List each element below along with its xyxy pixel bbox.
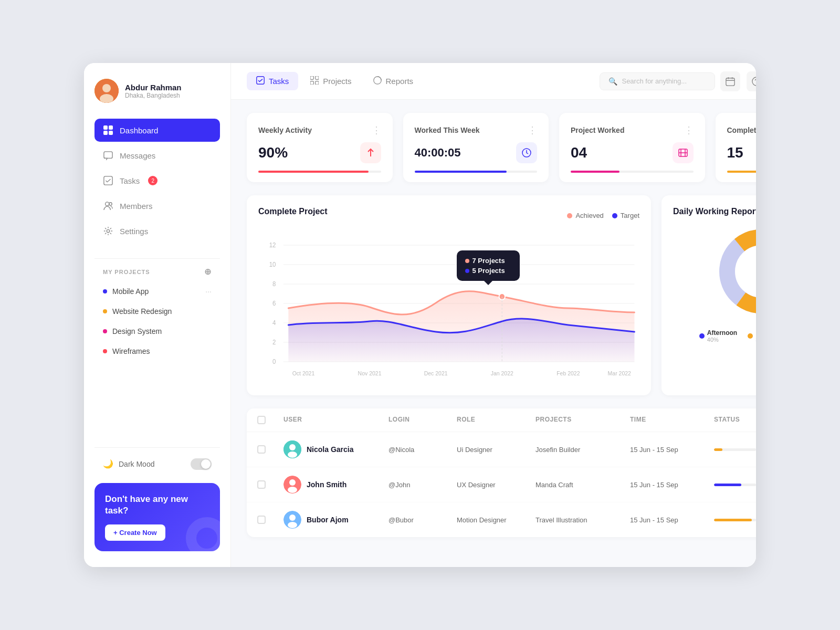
- table-row: John Smith @John UX Designer Manda Craft…: [247, 467, 756, 502]
- topbar: Tasks Projects: [231, 63, 756, 100]
- project-more-1[interactable]: ···: [205, 287, 212, 296]
- svg-text:2: 2: [272, 339, 276, 345]
- th-time: TIME: [630, 416, 714, 424]
- project-item-wireframes[interactable]: Wireframes: [94, 342, 220, 361]
- create-now-button[interactable]: + Create Now: [105, 524, 165, 541]
- search-placeholder: Search for anything...: [622, 77, 687, 85]
- stat-menu-2[interactable]: ⋮: [528, 124, 537, 136]
- svg-point-11: [107, 229, 109, 232]
- svg-point-1: [102, 84, 111, 92]
- sidebar-item-settings[interactable]: Settings: [94, 219, 220, 243]
- svg-rect-13: [310, 76, 313, 79]
- legend-target-label: Target: [621, 212, 639, 219]
- tab-tasks-label: Tasks: [269, 77, 289, 86]
- row-3-status: 90%: [714, 516, 756, 523]
- stat-icon-3: [673, 142, 694, 163]
- tab-projects[interactable]: Projects: [301, 72, 361, 90]
- sidebar-item-tasks[interactable]: Tasks 2: [94, 169, 220, 192]
- svg-point-19: [752, 77, 756, 85]
- row-1-status: 20%: [714, 446, 756, 453]
- avatar: [94, 79, 119, 103]
- row-1-name: Nicola Garcia: [307, 445, 354, 454]
- tab-reports[interactable]: Reports: [364, 72, 423, 90]
- row-2-role: UX Designer: [457, 481, 536, 489]
- row-2-login: @John: [388, 481, 457, 489]
- legend-evening-label: Evening: [755, 329, 756, 337]
- svg-text:Jan 2022: Jan 2022: [491, 370, 513, 376]
- th-check: [257, 416, 284, 424]
- svg-rect-6: [109, 131, 113, 135]
- sidebar-bottom: 🌙 Dark Mood Don't have any new task? + C…: [94, 442, 220, 551]
- divider-2: [94, 447, 220, 448]
- svg-rect-4: [109, 125, 113, 130]
- row-1-check[interactable]: [257, 445, 284, 454]
- svg-text:12: 12: [269, 242, 276, 248]
- stat-icon-2: [516, 142, 537, 163]
- legend-evening: Evening 32%: [748, 329, 756, 343]
- svg-text:6: 6: [272, 300, 276, 307]
- content-area: Weekly Activity ⋮ 90%: [231, 100, 756, 567]
- svg-point-54: [289, 479, 296, 486]
- stat-title-4: Complete Project: [727, 126, 757, 134]
- row-2-check[interactable]: [257, 480, 284, 489]
- sidebar: Abdur Rahman Dhaka, Bangladesh Dashboard: [84, 63, 231, 567]
- calendar-button[interactable]: [720, 71, 740, 91]
- select-all-checkbox[interactable]: [257, 416, 266, 424]
- legend-target: Target: [612, 212, 639, 219]
- stat-menu-1[interactable]: ⋮: [372, 124, 381, 136]
- dark-mode-row: 🌙 Dark Mood: [94, 453, 220, 475]
- promo-title: Don't have any new task?: [105, 494, 209, 517]
- project-dot-2: [103, 309, 107, 313]
- messages-icon: [103, 150, 113, 161]
- projects-section-label: MY PROJECTS ⊕: [94, 267, 220, 277]
- stat-title-2: Worked This Week: [415, 126, 480, 134]
- project-item-mobile-app[interactable]: Mobile App ···: [94, 282, 220, 301]
- legend-achieved: Achieved: [567, 212, 603, 219]
- svg-text:Dec 2021: Dec 2021: [424, 370, 448, 376]
- line-chart-wrapper: 12 10 8 6 4 2 0 Oct 2021 Nov 2021 Dec 20…: [258, 235, 639, 384]
- chart-title-donut: Daily Working Report: [673, 207, 756, 216]
- project-item-website[interactable]: Website Redesign: [94, 302, 220, 321]
- project-item-design[interactable]: Design System: [94, 322, 220, 341]
- svg-rect-7: [104, 152, 112, 159]
- svg-rect-18: [726, 78, 734, 85]
- help-button[interactable]: [747, 71, 756, 91]
- user-info: Abdur Rahman Dhaka, Bangladesh: [125, 83, 182, 99]
- project-dot-4: [103, 349, 107, 353]
- sidebar-item-dashboard[interactable]: Dashboard: [94, 119, 220, 142]
- svg-rect-16: [316, 81, 319, 85]
- tab-projects-label: Projects: [323, 77, 351, 86]
- search-bar[interactable]: 🔍 Search for anything...: [600, 72, 715, 90]
- svg-point-57: [289, 514, 296, 521]
- th-login: LOGIN: [388, 416, 457, 424]
- row-1-project: Josefin Builder: [536, 446, 630, 454]
- th-projects: PROJECTS: [536, 416, 630, 424]
- project-dot-3: [103, 329, 107, 333]
- dark-mode-toggle[interactable]: [191, 458, 212, 470]
- sidebar-item-members[interactable]: Members: [94, 194, 220, 217]
- svg-text:Mar 2022: Mar 2022: [608, 370, 631, 376]
- stat-card-complete-project: Complete Project ⋮ 15: [716, 113, 757, 182]
- chart-title-line: Complete Project: [258, 207, 328, 216]
- row-2-status: 65%: [714, 481, 756, 488]
- topbar-actions: + Add Task: [720, 71, 756, 91]
- add-project-button[interactable]: ⊕: [204, 267, 212, 277]
- moon-icon: 🌙: [103, 459, 113, 469]
- user-profile: Abdur Rahman Dhaka, Bangladesh: [94, 79, 220, 103]
- row-1-time: 15 Jun - 15 Sep: [630, 446, 714, 454]
- th-user: USER: [284, 416, 388, 424]
- dashboard-icon: [103, 125, 113, 135]
- settings-icon: [103, 226, 113, 236]
- sidebar-item-messages[interactable]: Messages: [94, 144, 220, 167]
- row-3-check[interactable]: [257, 516, 284, 524]
- row-3-login: @Bubor: [388, 516, 457, 524]
- user-name: Abdur Rahman: [125, 83, 182, 92]
- donut-svg: [714, 224, 756, 319]
- tab-tasks[interactable]: Tasks: [247, 72, 298, 90]
- stat-menu-3[interactable]: ⋮: [684, 124, 694, 136]
- dashboard-label: Dashboard: [120, 126, 158, 135]
- user-location: Dhaka, Bangladesh: [125, 92, 182, 99]
- stat-card-weekly-activity: Weekly Activity ⋮ 90%: [247, 113, 393, 182]
- stat-title-3: Project Worked: [571, 126, 624, 134]
- row-3-role: Motion Designer: [457, 516, 536, 524]
